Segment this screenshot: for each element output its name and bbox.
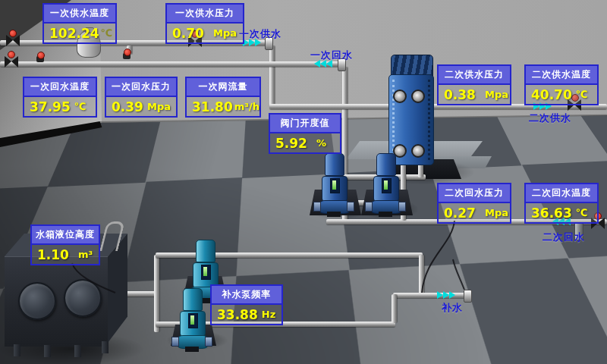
secondary-supply-pressure-title: 二次供水压力 xyxy=(439,66,510,85)
valve-handle-icon xyxy=(37,52,45,59)
pipe-label-secondary-return: 二次回水 xyxy=(543,231,585,244)
primary-supply-pressure-title: 一次供水压力 xyxy=(167,5,243,24)
primary-flow-title: 一次网流量 xyxy=(187,78,259,97)
pump-indicator xyxy=(330,178,340,193)
exchanger-port-icon xyxy=(411,89,425,103)
exchanger-port-icon xyxy=(393,89,407,103)
primary-supply-temp-box: 一次供水温度 102.24℃ xyxy=(42,3,117,44)
primary-supply-pressure-value: 0.70 xyxy=(172,26,204,41)
primary-return-temp-box: 一次回水温度 37.95℃ xyxy=(23,77,97,118)
primary-return-pressure-value: 0.39 xyxy=(112,99,143,115)
pipe-makeup-riser xyxy=(154,255,159,332)
pipe-label-primary-supply: 一次供水 xyxy=(239,27,281,41)
primary-return-temp-title: 一次回水温度 xyxy=(24,78,96,97)
pipe-flange xyxy=(464,290,472,303)
secondary-return-pressure-box: 二次回水压力 0.27Mpa xyxy=(437,183,511,224)
pump-motor xyxy=(183,288,203,311)
secondary-return-temp-value: 36.63 xyxy=(531,206,572,221)
makeup-pump-freq-box: 补水泵频率 33.88Hz xyxy=(210,284,283,325)
pump-indicator xyxy=(188,313,198,328)
valve-opening-value: 5.92 xyxy=(275,136,307,151)
tank-manhole-icon xyxy=(64,279,102,317)
primary-return-temp-value: 37.95 xyxy=(30,99,71,115)
primary-supply-pressure-unit: Mpa xyxy=(213,27,237,39)
primary-return-pressure-title: 一次回水压力 xyxy=(106,78,176,97)
pump-motor xyxy=(196,240,215,262)
heat-exchanger xyxy=(388,55,434,165)
valve-handle-icon xyxy=(124,49,131,56)
pipe-label-makeup: 补水 xyxy=(442,301,463,315)
pipe-label-primary-return: 一次回水 xyxy=(310,49,353,62)
pump-indicator xyxy=(382,178,392,193)
valve-handle-icon xyxy=(8,51,15,58)
tank-level-title: 水箱液位高度 xyxy=(32,226,99,245)
primary-return-pressure-unit: Mpa xyxy=(147,101,171,112)
tank-manhole-icon xyxy=(18,282,56,320)
primary-supply-temp-title: 一次供水温度 xyxy=(44,5,115,24)
makeup-pump-freq-unit: Hz xyxy=(262,309,275,320)
valve-opening-unit: % xyxy=(316,137,326,149)
secondary-return-pressure-unit: Mpa xyxy=(485,207,508,218)
makeup-pump-2 xyxy=(177,288,207,352)
secondary-supply-pressure-unit: Mpa xyxy=(485,89,508,100)
valve-handle-icon xyxy=(9,30,17,37)
secondary-return-temp-title: 二次回水温度 xyxy=(526,184,597,203)
secondary-return-pressure-title: 二次回水压力 xyxy=(439,184,510,203)
secondary-supply-temp-value: 40.70 xyxy=(531,87,572,102)
pump-motor xyxy=(376,153,396,176)
pipe-makeup-lower-riser xyxy=(392,294,397,323)
secondary-supply-temp-unit: ℃ xyxy=(576,89,588,100)
primary-flow-box: 一次网流量 31.80m³/h xyxy=(185,77,261,118)
flow-arrows-makeup xyxy=(437,291,455,299)
tank-level-value: 1.10 xyxy=(37,247,69,262)
secondary-supply-temp-title: 二次供水温度 xyxy=(526,66,597,85)
primary-return-pressure-box: 一次回水压力 0.39Mpa xyxy=(105,77,178,118)
primary-return-temp-unit: ℃ xyxy=(74,101,86,112)
secondary-supply-pressure-value: 0.38 xyxy=(444,87,476,102)
makeup-pump-freq-value: 33.88 xyxy=(217,307,258,322)
tank-level-unit: m³ xyxy=(78,249,93,260)
primary-supply-pressure-box: 一次供水压力 0.70Mpa xyxy=(165,3,244,44)
primary-flow-unit: m³/h xyxy=(234,101,259,112)
pipe-label-secondary-supply: 二次供水 xyxy=(529,111,571,125)
secondary-return-temp-box: 二次回水温度 36.63℃ xyxy=(524,183,599,224)
primary-supply-temp-unit: ℃ xyxy=(101,27,113,39)
exchanger-port-icon xyxy=(411,144,425,158)
secondary-supply-temp-box: 二次供水温度 40.70℃ xyxy=(524,64,599,105)
pipe-primary-return xyxy=(0,61,340,67)
circulation-pump-1 xyxy=(319,153,349,217)
secondary-supply-pressure-box: 二次供水压力 0.38Mpa xyxy=(437,64,511,105)
valve-opening-box: 阀门开度值 5.92% xyxy=(269,113,341,154)
pump-indicator xyxy=(201,265,211,280)
pipe-makeup-drop xyxy=(419,255,424,294)
pump-motor xyxy=(325,153,344,176)
pipe-primary-supply-drop xyxy=(269,46,275,106)
secondary-return-pressure-value: 0.27 xyxy=(444,206,476,221)
primary-flow-value: 31.80 xyxy=(192,99,233,115)
tank-level-box: 水箱液位高度 1.10m³ xyxy=(30,224,100,265)
circulation-pump-2 xyxy=(370,153,401,217)
primary-supply-temp-value: 102.24 xyxy=(49,26,99,41)
makeup-pump-freq-title: 补水泵频率 xyxy=(212,286,281,305)
pipe-makeup-line xyxy=(393,293,467,298)
valve-opening-title: 阀门开度值 xyxy=(270,115,340,133)
hmi-heat-exchange-station-screen: 一次供水 一次回水 二次供水 二次回水 补水 一次供水温度 102.24℃ 一次… xyxy=(0,0,607,364)
secondary-return-temp-unit: ℃ xyxy=(576,207,588,218)
